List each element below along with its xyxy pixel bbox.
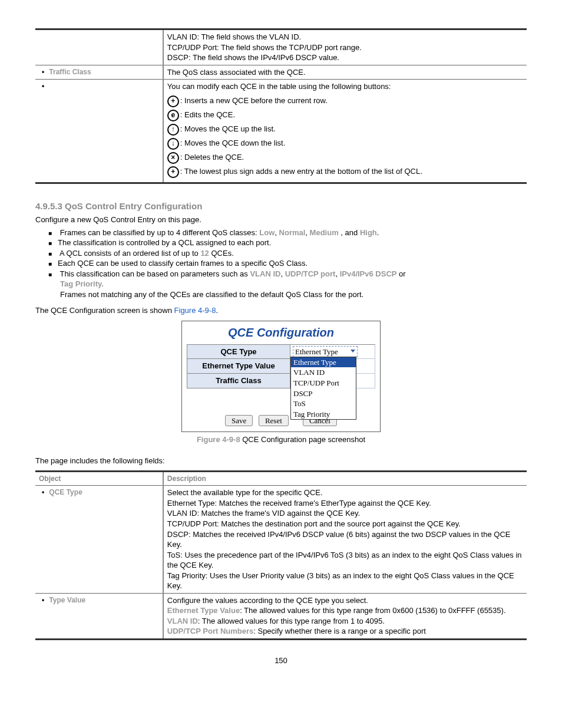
text: High bbox=[360, 228, 377, 237]
text: ToS: Uses the precedence part of the IPv… bbox=[167, 551, 522, 570]
add-end-icon bbox=[167, 166, 179, 178]
table-qce-buttons: VLAN ID: The field shows the VLAN ID. TC… bbox=[35, 28, 527, 184]
text: The QCE Configuration screen is shown bbox=[35, 306, 174, 315]
text: TCP/UDP Port: The field shows the TCP/UD… bbox=[167, 43, 362, 52]
text: : The lowest plus sign adds a new entry … bbox=[180, 167, 422, 176]
cell-type-value-label: • Type Value bbox=[35, 593, 163, 639]
text: : Inserts a new QCE before the current r… bbox=[180, 96, 328, 105]
text: VLAN ID: Matches the frame's VID against… bbox=[167, 509, 360, 518]
cell-type-value-desc: Configure the values according to the QC… bbox=[163, 593, 527, 639]
section-heading: 4.9.5.3 QoS Control Entry Configuration bbox=[35, 200, 527, 212]
list-item: Frames can be classified by up to 4 diff… bbox=[60, 228, 527, 238]
header-description: Description bbox=[163, 472, 527, 486]
cell-buttons-label: • bbox=[35, 80, 163, 183]
dropdown-option[interactable]: Ethernet Type bbox=[291, 357, 356, 368]
qce-type-select[interactable]: Ethernet Type bbox=[293, 346, 358, 358]
text: Low bbox=[259, 228, 275, 237]
dropdown-option[interactable]: ToS bbox=[291, 398, 356, 409]
text: VLAN ID bbox=[167, 617, 198, 625]
text: You can modify each QCE in the table usi… bbox=[167, 81, 523, 92]
cell-buttons-desc: You can modify each QCE in the table usi… bbox=[163, 80, 527, 183]
text: QCE Configuration page screenshot bbox=[242, 435, 365, 444]
qce-config-screenshot: QCE Configuration QCE Type Ethernet Type… bbox=[181, 321, 381, 432]
text: : Moves the QCE down the list. bbox=[180, 139, 285, 147]
dropdown-option[interactable]: DSCP bbox=[291, 388, 356, 399]
dropdown-option[interactable]: Tag Priority bbox=[291, 409, 356, 420]
text: Tag Priority: Uses the User Priority val… bbox=[167, 571, 514, 591]
text: UDP/TCP port bbox=[285, 269, 336, 278]
text: : Moves the QCE up the list. bbox=[180, 124, 276, 133]
list-item: The classification is controlled by a QC… bbox=[60, 238, 527, 248]
text: Configure the values according to the QC… bbox=[167, 596, 368, 605]
text: Frames not matching any of the QCEs are … bbox=[60, 290, 363, 299]
label: QCE Type bbox=[49, 488, 82, 496]
cell-blank bbox=[35, 29, 163, 65]
text: Figure 4-9-8 bbox=[197, 435, 242, 444]
cell-traffic-class-desc: The QoS class associated with the QCE. bbox=[163, 65, 527, 80]
delete-icon bbox=[167, 152, 179, 164]
dropdown-option[interactable]: TCP/UDP Port bbox=[291, 378, 356, 388]
cell-qce-type-label: • QCE Type bbox=[35, 486, 163, 593]
text: A QCL consists of an ordered list of up … bbox=[59, 249, 200, 258]
up-icon bbox=[167, 124, 179, 136]
text: 12 bbox=[200, 249, 209, 258]
fields-intro: The page includes the following fields: bbox=[35, 456, 527, 466]
label: Traffic Class bbox=[49, 68, 91, 76]
text: TCP/UDP Port: Matches the destination po… bbox=[167, 519, 461, 528]
text: Frames can be classified by up to 4 diff… bbox=[60, 228, 260, 237]
edit-icon bbox=[167, 110, 179, 121]
text: Normal bbox=[279, 228, 306, 237]
table-qce-fields: Object Description • QCE Type Select the… bbox=[35, 470, 527, 640]
text: Tag Priority. bbox=[60, 279, 527, 289]
qce-type-value: Ethernet Type Ethernet Type VLAN ID TCP/… bbox=[290, 345, 375, 360]
text: VLAN ID: The field shows the VLAN ID. bbox=[167, 32, 301, 41]
text: QCEs. bbox=[211, 249, 233, 258]
text: Ethernet Type Value bbox=[167, 606, 240, 615]
figure-link[interactable]: Figure 4-9-8 bbox=[174, 306, 216, 315]
text: Ethernet Type: Matches the received fram… bbox=[167, 499, 431, 508]
text: , and bbox=[340, 228, 360, 237]
cell-vlan-desc: VLAN ID: The field shows the VLAN ID. TC… bbox=[163, 29, 527, 65]
text: UDP/TCP Port Numbers bbox=[167, 627, 253, 635]
figure-leadin: The QCE Configuration screen is shown Fi… bbox=[35, 305, 527, 316]
qce-type-label: QCE Type bbox=[187, 345, 290, 360]
text: : The allowed values for this type range… bbox=[240, 606, 505, 615]
text: Ethernet Type bbox=[295, 347, 338, 356]
down-icon bbox=[167, 138, 179, 150]
insert-icon bbox=[167, 95, 179, 107]
list-item: This classification can be based on para… bbox=[60, 269, 527, 300]
header-object: Object bbox=[35, 472, 163, 486]
text: : Specify whether there is a range or a … bbox=[253, 627, 426, 635]
cell-qce-type-desc: Select the available type for the specif… bbox=[163, 486, 527, 593]
figure-caption: Figure 4-9-8 QCE Configuration page scre… bbox=[35, 434, 527, 445]
bullet-list: Frames can be classified by up to 4 diff… bbox=[35, 228, 527, 300]
text: Select the available type for the specif… bbox=[167, 488, 323, 497]
text: : The allowed values for this type range… bbox=[198, 617, 385, 625]
text: IPv4/IPv6 DSCP bbox=[340, 269, 397, 278]
text: This classification can be based on para… bbox=[59, 269, 250, 278]
page-number: 150 bbox=[35, 655, 527, 666]
qce-title: QCE Configuration bbox=[187, 325, 375, 341]
qce-ethval-label: Ethernet Type Value bbox=[187, 359, 290, 374]
qce-type-dropdown[interactable]: Ethernet Type VLAN ID TCP/UDP Port DSCP … bbox=[290, 357, 356, 420]
section-intro: Configure a new QoS Control Entry on thi… bbox=[35, 215, 527, 225]
text: Medium bbox=[310, 228, 339, 237]
text: VLAN ID bbox=[250, 269, 280, 278]
reset-button[interactable]: Reset bbox=[259, 415, 289, 426]
list-item: A QCL consists of an ordered list of up … bbox=[60, 248, 527, 259]
cell-traffic-class-label: • Traffic Class bbox=[35, 65, 163, 80]
text: : Edits the QCE. bbox=[180, 110, 235, 119]
dropdown-option[interactable]: VLAN ID bbox=[291, 367, 356, 378]
text: DSCP: The field shows the IPv4/IPv6 DSCP… bbox=[167, 53, 339, 62]
save-button[interactable]: Save bbox=[225, 415, 253, 426]
list-item: Each QCE can be used to classify certain… bbox=[60, 258, 527, 269]
text: : Deletes the QCE. bbox=[180, 153, 244, 162]
label: Type Value bbox=[49, 596, 85, 604]
qce-traffic-label: Traffic Class bbox=[187, 374, 290, 388]
text: DSCP: Matches the received IPv4/IPv6 DSC… bbox=[167, 530, 511, 549]
text: or bbox=[399, 269, 406, 278]
